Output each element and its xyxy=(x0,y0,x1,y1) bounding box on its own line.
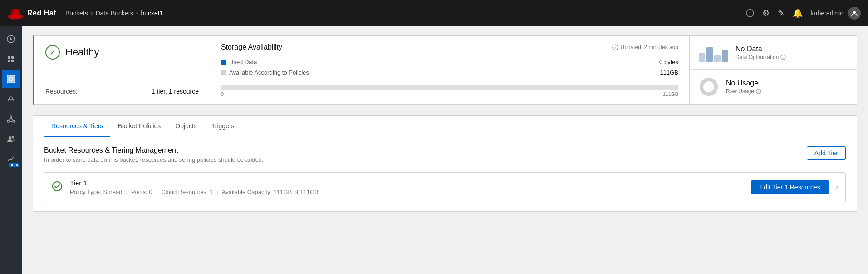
beta-badge: BETA xyxy=(9,163,19,167)
used-data-label: Used Data xyxy=(229,59,257,65)
storage-metrics: Used Data 0 bytes Available According to… xyxy=(221,59,678,76)
add-tier-button[interactable]: Add Tier xyxy=(807,146,846,160)
sidebar-item-storage[interactable] xyxy=(2,50,20,68)
breadcrumb-sep-1: › xyxy=(91,10,93,17)
data-optimization-item: No Data Data Optimization i xyxy=(690,36,857,69)
tier-mgmt-title: Bucket Resources & Tiering Management xyxy=(44,146,263,154)
brand-name: Red Hat xyxy=(27,9,56,17)
optimization-card: No Data Data Optimization i xyxy=(689,35,857,105)
svg-text:i: i xyxy=(615,45,616,50)
available-value: 111GB xyxy=(660,69,678,76)
breadcrumb: Buckets › Data Buckets › bucket1 xyxy=(65,10,163,17)
storage-title: Storage Availability xyxy=(221,43,282,51)
tier-sep-3: | xyxy=(216,189,218,195)
used-data-label-group: Used Data xyxy=(221,59,257,65)
breadcrumb-data-buckets[interactable]: Data Buckets xyxy=(95,10,133,17)
tier-cloud-resources: Cloud Resources: 1 xyxy=(161,189,213,195)
storage-updated: i Updated: 2 minutes ago xyxy=(612,44,678,50)
username: kube:admin xyxy=(811,10,843,17)
tab-bucket-policies[interactable]: Bucket Policies xyxy=(110,116,168,137)
updated-text: Updated: 2 minutes ago xyxy=(621,44,678,50)
user-menu[interactable]: kube:admin xyxy=(811,7,861,20)
tier-mgmt-text: Bucket Resources & Tiering Management In… xyxy=(44,146,263,163)
edit-icon[interactable]: ✎ xyxy=(778,8,785,18)
svg-point-19 xyxy=(9,136,11,139)
tier-sep-1: | xyxy=(126,189,127,195)
tier-chevron-icon[interactable]: › xyxy=(836,183,838,191)
sidebar-item-functions[interactable] xyxy=(2,90,20,108)
tier-pools: Pools: 0 xyxy=(131,189,152,195)
svg-rect-7 xyxy=(11,56,14,59)
sidebar-item-topology[interactable] xyxy=(2,110,20,128)
available-metric: Available According to Policies 111GB xyxy=(221,69,678,76)
tab-triggers[interactable]: Triggers xyxy=(204,116,242,137)
tier-sep-2: | xyxy=(156,189,157,195)
svg-text:i: i xyxy=(758,90,759,94)
svg-point-14 xyxy=(7,120,9,122)
used-dot xyxy=(221,60,226,65)
resources-label: Resources: xyxy=(45,88,78,95)
svg-rect-9 xyxy=(11,60,14,62)
tab-content: Bucket Resources & Tiering Management In… xyxy=(33,137,857,211)
raw-usage-label: Raw Usage i xyxy=(726,88,761,95)
health-card: ✓ Healthy Resources: 1 tier, 1 resource xyxy=(33,35,210,105)
tier-info: Tier 1 Policy Type: Spread | Pools: 0 | … xyxy=(70,179,744,195)
raw-usage-chart xyxy=(699,77,719,97)
used-data-value: 0 bytes xyxy=(659,59,678,65)
refresh-icon[interactable] xyxy=(746,9,754,17)
svg-point-13 xyxy=(10,116,12,118)
bar-min: 0 xyxy=(221,91,224,97)
health-resources: Resources: 1 tier, 1 resource xyxy=(45,79,199,95)
redhat-logo: Red Hat xyxy=(7,5,56,21)
storage-card: Storage Availability i Updated: 2 minute… xyxy=(210,35,689,105)
sidebar-item-dashboard[interactable] xyxy=(2,30,20,48)
data-opt-info: No Data Data Optimization i xyxy=(736,45,786,60)
used-data-metric: Used Data 0 bytes xyxy=(221,59,678,65)
info-icon: i xyxy=(612,44,618,50)
notification-icon[interactable]: 🔔 xyxy=(793,8,803,18)
tier-row: Tier 1 Policy Type: Spread | Pools: 0 | … xyxy=(44,172,846,202)
data-opt-chart xyxy=(699,44,728,62)
sidebar-item-users[interactable] xyxy=(2,130,20,148)
tier-policy-type: Policy Type: Spread xyxy=(70,189,122,195)
svg-point-15 xyxy=(13,120,15,122)
svg-point-2 xyxy=(853,11,856,14)
svg-rect-8 xyxy=(8,60,10,62)
available-label: Available According to Policies xyxy=(229,69,309,76)
health-status-section: ✓ Healthy xyxy=(45,45,199,69)
sidebar: BETA xyxy=(0,26,22,274)
tier-mgmt-header: Bucket Resources & Tiering Management In… xyxy=(44,146,846,163)
edit-tier-button[interactable]: Edit Tier 1 Resources xyxy=(751,180,829,194)
svg-point-25 xyxy=(701,80,716,94)
raw-usage-item: No Usage Raw Usage i xyxy=(690,69,857,104)
brand-area: Red Hat xyxy=(7,5,56,21)
topnav-actions: ⚙ ✎ 🔔 kube:admin xyxy=(746,7,861,20)
main-content: ✓ Healthy Resources: 1 tier, 1 resource … xyxy=(22,26,868,274)
tier-meta: Policy Type: Spread | Pools: 0 | Cloud R… xyxy=(70,189,744,195)
breadcrumb-buckets[interactable]: Buckets xyxy=(65,10,88,17)
settings-icon[interactable]: ⚙ xyxy=(762,8,770,18)
tab-resources-tiers[interactable]: Resources & Tiers xyxy=(44,116,110,137)
raw-usage-info-icon: i xyxy=(756,89,761,94)
health-label: Healthy xyxy=(65,46,99,58)
tab-objects[interactable]: Objects xyxy=(168,116,204,137)
sidebar-item-analytics[interactable]: BETA xyxy=(2,150,20,168)
data-opt-value: No Data xyxy=(736,45,786,53)
resources-value: 1 tier, 1 resource xyxy=(152,88,199,95)
raw-usage-value: No Usage xyxy=(726,79,761,87)
tier-name: Tier 1 xyxy=(70,179,744,187)
available-dot xyxy=(221,70,226,75)
data-opt-info-icon: i xyxy=(780,55,786,60)
tier-status-icon xyxy=(52,181,63,194)
data-opt-label: Data Optimization i xyxy=(736,54,786,60)
breadcrumb-sep-2: › xyxy=(136,10,138,17)
tabs-section: Resources & Tiers Bucket Policies Object… xyxy=(33,115,857,212)
tabs-bar: Resources & Tiers Bucket Policies Object… xyxy=(33,116,857,137)
svg-point-4 xyxy=(10,38,12,40)
svg-rect-6 xyxy=(8,56,10,59)
bar-max: 111GB xyxy=(663,91,678,97)
sidebar-item-buckets[interactable] xyxy=(2,70,20,88)
storage-bar-labels: 0 111GB xyxy=(221,91,678,97)
tier-capacity: Available Capacity: 111GB of 111GB xyxy=(222,189,319,195)
storage-bar xyxy=(221,85,678,90)
